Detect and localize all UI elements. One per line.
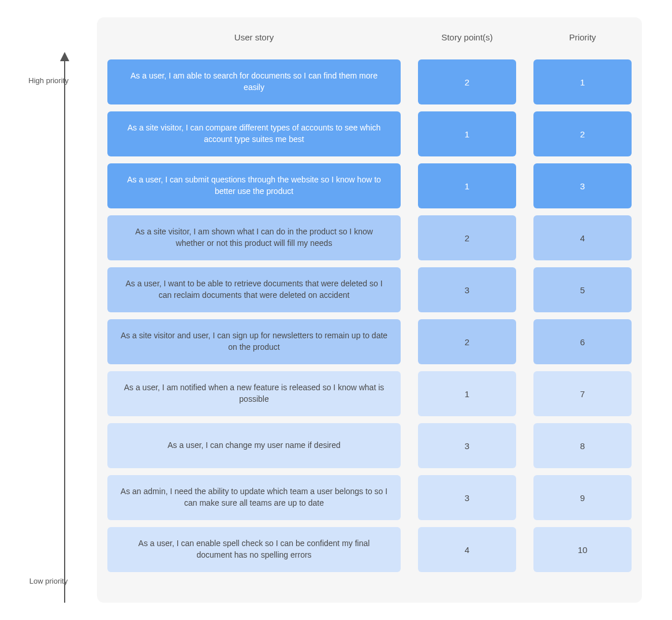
story-points-cell: 3 [418, 267, 516, 312]
backlog-diagram: High priority Low priority User story St… [0, 0, 672, 620]
priority-cell: 10 [533, 527, 632, 572]
backlog-row[interactable]: As a user, I am notified when a new feat… [107, 371, 632, 416]
story-points-cell: 1 [418, 111, 516, 156]
backlog-row[interactable]: As an admin, I need the ability to updat… [107, 475, 632, 520]
story-points-cell: 1 [418, 163, 516, 208]
backlog-row[interactable]: As a user, I can submit questions throug… [107, 163, 632, 208]
backlog-row[interactable]: As a user, I am able to search for docum… [107, 59, 632, 104]
header-user-story: User story [107, 32, 401, 42]
priority-cell: 4 [533, 215, 632, 260]
user-story-cell: As a site visitor, I can compare differe… [107, 111, 401, 156]
story-points-cell: 2 [418, 319, 516, 364]
priority-cell: 3 [533, 163, 632, 208]
priority-arrow-icon [60, 52, 69, 603]
priority-cell: 1 [533, 59, 632, 104]
backlog-row[interactable]: As a site visitor, I can compare differe… [107, 111, 632, 156]
backlog-row[interactable]: As a site visitor, I am shown what I can… [107, 215, 632, 260]
story-points-cell: 2 [418, 215, 516, 260]
backlog-row[interactable]: As a site visitor and user, I can sign u… [107, 319, 632, 364]
header-story-points: Story point(s) [418, 32, 516, 42]
priority-cell: 8 [533, 423, 632, 468]
story-points-cell: 1 [418, 371, 516, 416]
priority-cell: 9 [533, 475, 632, 520]
priority-cell: 6 [533, 319, 632, 364]
story-points-cell: 2 [418, 59, 516, 104]
backlog-row[interactable]: As a user, I want to be able to retrieve… [107, 267, 632, 312]
user-story-cell: As a user, I can change my user name if … [107, 423, 401, 468]
story-points-cell: 3 [418, 475, 516, 520]
story-points-cell: 4 [418, 527, 516, 572]
backlog-rows: As a user, I am able to search for docum… [107, 59, 632, 592]
priority-cell: 5 [533, 267, 632, 312]
header-priority: Priority [533, 32, 632, 42]
user-story-cell: As a site visitor and user, I can sign u… [107, 319, 401, 364]
user-story-cell: As a user, I can enable spell check so I… [107, 527, 401, 572]
user-story-cell: As a user, I want to be able to retrieve… [107, 267, 401, 312]
priority-axis: High priority Low priority [0, 46, 97, 603]
priority-cell: 2 [533, 111, 632, 156]
user-story-cell: As a site visitor, I am shown what I can… [107, 215, 401, 260]
user-story-cell: As a user, I am notified when a new feat… [107, 371, 401, 416]
priority-cell: 7 [533, 371, 632, 416]
user-story-cell: As an admin, I need the ability to updat… [107, 475, 401, 520]
column-headers: User story Story point(s) Priority [107, 28, 632, 59]
backlog-panel: User story Story point(s) Priority As a … [97, 17, 642, 603]
user-story-cell: As a user, I can submit questions throug… [107, 163, 401, 208]
backlog-row[interactable]: As a user, I can enable spell check so I… [107, 527, 632, 572]
user-story-cell: As a user, I am able to search for docum… [107, 59, 401, 104]
story-points-cell: 3 [418, 423, 516, 468]
backlog-row[interactable]: As a user, I can change my user name if … [107, 423, 632, 468]
